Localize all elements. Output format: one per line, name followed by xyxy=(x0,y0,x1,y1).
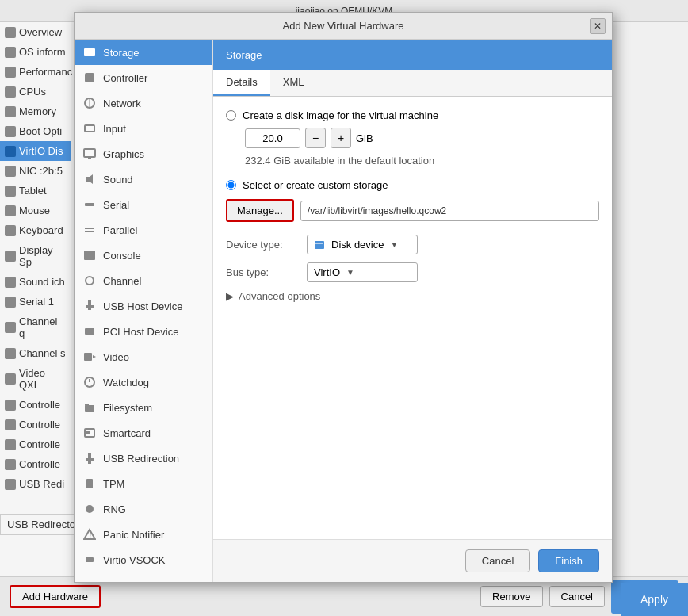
sidebar-item-keyboard[interactable]: Keyboard xyxy=(0,220,71,240)
graphics-icon xyxy=(82,147,97,161)
size-decrease-button[interactable]: − xyxy=(305,128,326,148)
nav-item-input[interactable]: Input xyxy=(75,116,212,141)
device-type-dropdown[interactable]: Disk device ▼ xyxy=(307,235,418,254)
sidebar-item-display[interactable]: Display Sp xyxy=(0,240,71,272)
svg-rect-6 xyxy=(84,149,95,157)
svg-point-28 xyxy=(86,505,94,513)
nav-item-vsock[interactable]: Virtio VSOCK xyxy=(75,547,212,572)
radio-create-disk-input[interactable] xyxy=(226,110,236,121)
sidebar-item-mouse[interactable]: Mouse xyxy=(0,201,71,220)
sidebar-item-boot[interactable]: Boot Opti xyxy=(0,121,71,141)
ctrl3-icon xyxy=(5,439,16,450)
manage-button[interactable]: Manage... xyxy=(226,199,294,222)
dialog-finish-button[interactable]: Finish xyxy=(538,549,599,572)
sidebar-item-channel1[interactable]: Channel q xyxy=(0,312,71,343)
tab-xml[interactable]: XML xyxy=(270,70,317,96)
nav-item-usb-host[interactable]: USB Host Device xyxy=(75,293,212,319)
nav-item-controller[interactable]: Controller xyxy=(75,65,212,90)
nav-item-tpm[interactable]: TPM xyxy=(75,471,212,496)
ctrl2-bg-icon xyxy=(5,419,16,430)
radio-create-disk-label: Create a disk image for the virtual mach… xyxy=(243,109,438,121)
svg-rect-9 xyxy=(85,203,94,206)
sidebar-item-cpus[interactable]: CPUs xyxy=(0,82,71,101)
nic-icon xyxy=(5,166,16,177)
sidebar-item-ctrl4[interactable]: Controlle xyxy=(0,454,71,474)
svg-rect-16 xyxy=(85,328,94,335)
sidebar-item-overview[interactable]: Overview xyxy=(0,22,71,42)
path-input[interactable] xyxy=(300,201,599,221)
nav-item-pci[interactable]: PCI Host Device xyxy=(75,319,212,344)
svg-marker-8 xyxy=(86,174,93,184)
advanced-options-section[interactable]: ▶ Advanced options xyxy=(226,290,599,302)
nav-item-watchdog[interactable]: Watchdog xyxy=(75,369,212,395)
nav-item-usb-redirection[interactable]: USB Redirection xyxy=(75,446,212,471)
keyboard-icon xyxy=(5,225,16,236)
sidebar-item-nic[interactable]: NIC :2b:5 xyxy=(0,161,71,181)
sidebar-item-perf[interactable]: Performanc xyxy=(0,62,71,82)
radio-custom-storage-input[interactable] xyxy=(226,180,236,190)
add-hardware-button[interactable]: Add Hardware xyxy=(10,585,101,608)
apply-bottom-button[interactable]: Apply xyxy=(621,583,688,616)
disk-size-input[interactable] xyxy=(245,128,300,148)
bus-type-row: Bus type: VirtIO ▼ xyxy=(226,262,599,282)
smartcard-nav-icon xyxy=(82,426,97,440)
nav-item-panic[interactable]: ! Panic Notifier xyxy=(75,522,212,547)
panic-nav-icon: ! xyxy=(82,527,97,541)
sidebar-item-ctrl3[interactable]: Controlle xyxy=(0,434,71,454)
rng-nav-icon xyxy=(82,502,97,516)
svg-point-13 xyxy=(86,277,94,285)
content-header: Storage xyxy=(213,40,612,70)
sidebar-item-os[interactable]: OS inform xyxy=(0,42,71,62)
sidebar-item-usb-redir[interactable]: USB Redi xyxy=(0,474,71,494)
nav-item-graphics[interactable]: Graphics xyxy=(75,141,212,166)
remove-button[interactable]: Remove xyxy=(480,586,542,607)
nav-item-smartcard[interactable]: Smartcard xyxy=(75,420,212,446)
nav-item-network[interactable]: Network xyxy=(75,90,212,116)
size-increase-button[interactable]: + xyxy=(331,128,351,148)
tab-details[interactable]: Details xyxy=(213,70,270,96)
radio-create-disk: Create a disk image for the virtual mach… xyxy=(226,109,599,121)
vsock-nav-icon xyxy=(82,553,97,567)
nav-item-sound[interactable]: Sound xyxy=(75,166,212,192)
overview-icon xyxy=(5,27,16,38)
nav-item-video[interactable]: Video xyxy=(75,344,212,369)
nav-item-serial[interactable]: Serial xyxy=(75,192,212,217)
sidebar-item-tablet[interactable]: Tablet xyxy=(0,181,71,201)
nav-item-console[interactable]: Console xyxy=(75,243,212,268)
nav-item-storage[interactable]: Storage xyxy=(75,40,212,65)
channel-nav-icon xyxy=(82,274,97,288)
content-body: Create a disk image for the virtual mach… xyxy=(213,97,612,539)
sidebar-item-serial[interactable]: Serial 1 xyxy=(0,292,71,312)
video-bg-icon xyxy=(5,373,16,385)
sidebar-item-channel2[interactable]: Channel s xyxy=(0,343,71,363)
bus-type-dropdown[interactable]: VirtIO ▼ xyxy=(307,262,418,282)
sidebar-item-memory[interactable]: Memory xyxy=(0,101,71,121)
disk-device-icon xyxy=(314,239,325,251)
network-icon xyxy=(82,96,97,110)
svg-marker-18 xyxy=(93,355,96,358)
dialog-body: Storage Controller Network Input xyxy=(75,40,612,582)
sidebar-item-virtio[interactable]: VirtIO Dis xyxy=(0,141,71,161)
ctrl1-icon xyxy=(5,400,16,411)
dialog-left-nav: Storage Controller Network Input xyxy=(75,40,213,582)
sidebar-item-ctrl2[interactable]: Controlle xyxy=(0,415,71,434)
disk-size-unit: GiB xyxy=(356,132,373,144)
dialog-close-button[interactable]: ✕ xyxy=(590,18,606,34)
svg-rect-7 xyxy=(88,157,91,159)
nav-item-rng[interactable]: RNG xyxy=(75,496,212,522)
cancel-bottom-button[interactable]: Cancel xyxy=(549,586,605,607)
svg-rect-26 xyxy=(86,458,94,461)
mouse-icon xyxy=(5,205,16,216)
cpu-icon xyxy=(5,86,16,98)
device-type-label: Device type: xyxy=(226,239,297,251)
nav-item-channel[interactable]: Channel xyxy=(75,268,212,293)
nav-item-filesystem[interactable]: Filesystem xyxy=(75,395,212,420)
dialog-title: Add New Virtual Hardware xyxy=(283,20,404,32)
sidebar-item-video[interactable]: Video QXL xyxy=(0,363,71,395)
sidebar-item-sound[interactable]: Sound ich xyxy=(0,272,71,292)
sidebar-item-ctrl1[interactable]: Controlle xyxy=(0,395,71,415)
svg-rect-32 xyxy=(315,241,324,249)
advanced-label: Advanced options xyxy=(239,290,320,302)
dialog-cancel-button[interactable]: Cancel xyxy=(465,549,530,572)
nav-item-parallel[interactable]: Parallel xyxy=(75,217,212,243)
